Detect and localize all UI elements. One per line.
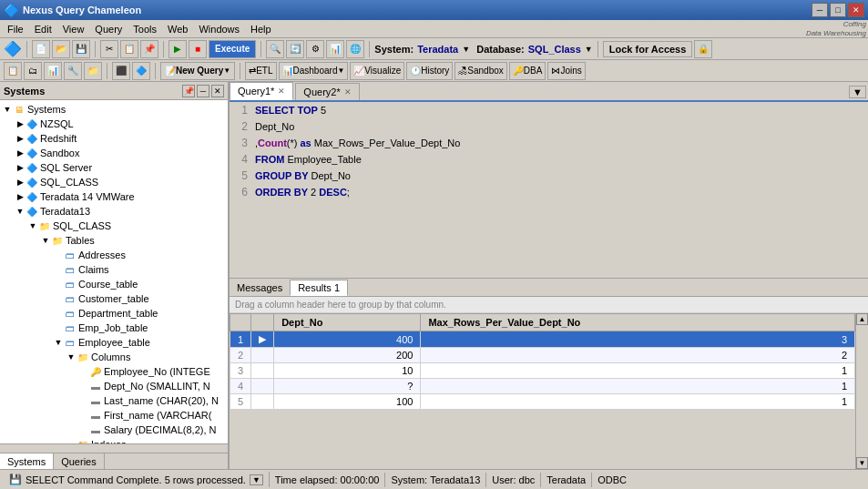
tree-item[interactable]: ▼📁SQL_CLASS xyxy=(2,219,226,233)
col-maxrows-header[interactable]: Max_Rows_Per_Value_Dept_No xyxy=(421,314,855,331)
horizontal-scrollbar[interactable] xyxy=(0,443,228,453)
messages-tab[interactable]: Messages xyxy=(230,280,290,295)
execute-btn[interactable]: Execute xyxy=(209,40,256,58)
menu-web[interactable]: Web xyxy=(162,22,193,36)
lock-for-access-button[interactable]: Lock for Access xyxy=(603,41,693,57)
stop-btn[interactable]: ■ xyxy=(189,40,207,58)
cut-btn[interactable]: ✂ xyxy=(100,40,118,58)
tree-expand-icon[interactable]: ▼ xyxy=(53,338,64,347)
tree-expand-icon[interactable]: ▶ xyxy=(15,148,26,158)
misc-btn2[interactable]: 🔄 xyxy=(286,40,304,58)
table-row[interactable]: 5 100 1 xyxy=(230,394,855,410)
tree-item[interactable]: ▶🔷Teradata 14 VMWare xyxy=(2,189,226,204)
visualize-button[interactable]: 📈 Visualize xyxy=(350,62,404,80)
menu-file[interactable]: File xyxy=(2,22,29,36)
tree-item[interactable]: ▼📁Tables xyxy=(2,233,226,248)
menu-edit[interactable]: Edit xyxy=(29,22,57,36)
vscroll-down[interactable]: ▼ xyxy=(856,457,868,469)
copy-btn[interactable]: 📋 xyxy=(120,40,138,58)
new-btn[interactable]: 📄 xyxy=(32,40,50,58)
tree-expand-icon[interactable]: ▶ xyxy=(15,163,26,172)
panel-min-btn[interactable]: ─ xyxy=(197,85,209,97)
tb2-icon7[interactable]: 🔷 xyxy=(132,62,150,80)
tree-expand-icon[interactable]: ▶ xyxy=(15,134,26,143)
tree-expand-icon[interactable]: ▶ xyxy=(15,178,26,187)
misc-btn4[interactable]: 📊 xyxy=(326,40,344,58)
tree-item[interactable]: ▶🔷NZSQL xyxy=(2,117,226,131)
sql-editor[interactable]: 1 SELECT TOP 5 2 Dept_No 3 ,Count(*) as … xyxy=(230,102,868,278)
tb2-icon3[interactable]: 📊 xyxy=(44,62,62,80)
tree-item[interactable]: ▶🔷Redshift xyxy=(2,131,226,146)
tree-item[interactable]: ▼📁Columns xyxy=(2,350,226,364)
tree-item[interactable]: 🔑Employee_No (INTEGE xyxy=(2,364,226,379)
tree-item[interactable]: ▬First_name (VARCHAR( xyxy=(2,408,226,423)
misc-btn3[interactable]: ⚙ xyxy=(306,40,324,58)
menu-tools[interactable]: Tools xyxy=(128,22,162,36)
tree-item[interactable]: ▶🔷Sandbox xyxy=(2,146,226,160)
etl-button[interactable]: ⇄ ETL xyxy=(245,62,276,80)
query-tabs-scroll[interactable]: ▼ xyxy=(849,86,866,98)
table-row[interactable]: 2 200 2 xyxy=(230,348,855,363)
tree-expand-icon[interactable]: ▶ xyxy=(15,119,26,128)
results-grid-container[interactable]: Dept_No Max_Rows_Per_Value_Dept_No 1 ▶ 4… xyxy=(230,313,855,469)
tree-item[interactable]: ▶🔷SQL Server xyxy=(2,160,226,175)
database-arrow[interactable]: ▼ xyxy=(585,45,593,54)
tree-item[interactable]: ▶🔷SQL_CLASS xyxy=(2,175,226,189)
sql-editor-content[interactable]: 1 SELECT TOP 5 2 Dept_No 3 ,Count(*) as … xyxy=(230,102,868,200)
tree-expand-icon[interactable]: ▼ xyxy=(2,105,13,114)
panel-close-btn[interactable]: ✕ xyxy=(211,85,224,97)
joins-button[interactable]: ⋈ Joins xyxy=(547,62,585,80)
history-button[interactable]: 🕐 History xyxy=(406,62,453,80)
tree-item[interactable]: 🗃Addresses xyxy=(2,248,226,262)
save-btn[interactable]: 💾 xyxy=(72,40,90,58)
results-tab[interactable]: Results 1 xyxy=(290,280,348,296)
system-arrow[interactable]: ▼ xyxy=(462,45,470,54)
minimize-button[interactable]: ─ xyxy=(812,3,828,17)
play-btn[interactable]: ▶ xyxy=(168,40,187,58)
tree-item[interactable]: 🗃Customer_table xyxy=(2,291,226,306)
tab-systems[interactable]: Systems xyxy=(0,453,54,469)
tb2-icon4[interactable]: 🔧 xyxy=(64,62,82,80)
tree-item[interactable]: ▬Last_name (CHAR(20), N xyxy=(2,393,226,408)
menu-help[interactable]: Help xyxy=(245,22,277,36)
tb2-icon2[interactable]: 🗂 xyxy=(24,62,42,80)
new-query-button[interactable]: 📝 New Query ▼ xyxy=(160,62,235,80)
query-tab-2[interactable]: Query2* ✕ xyxy=(295,83,359,100)
tree-expand-icon[interactable]: ▼ xyxy=(15,207,26,216)
lock-icon-btn[interactable]: 🔒 xyxy=(694,40,712,58)
open-btn[interactable]: 📂 xyxy=(52,40,70,58)
tabs-scroll-arrow[interactable]: ▼ xyxy=(850,86,865,98)
status-arrow-btn[interactable]: ▼ xyxy=(250,474,263,485)
tree-item[interactable]: 🗃Department_table xyxy=(2,306,226,321)
query-tab-2-close[interactable]: ✕ xyxy=(344,87,352,97)
menu-query[interactable]: Query xyxy=(89,22,128,36)
query-tab-1[interactable]: Query1* ✕ xyxy=(230,82,293,100)
menu-view[interactable]: View xyxy=(57,22,90,36)
dashboard-button[interactable]: 📊 Dashboard ▼ xyxy=(279,62,349,80)
tree-expand-icon[interactable]: ▼ xyxy=(40,236,51,245)
vscroll-up[interactable]: ▲ xyxy=(856,313,868,325)
table-row[interactable]: 4 ? 1 xyxy=(230,379,855,394)
menu-windows[interactable]: Windows xyxy=(193,22,245,36)
tb2-icon6[interactable]: ⬛ xyxy=(112,62,130,80)
system-dropdown[interactable]: Teradata xyxy=(415,44,460,55)
tb2-icon1[interactable]: 📋 xyxy=(4,62,22,80)
maximize-button[interactable]: □ xyxy=(830,3,846,17)
tree-item[interactable]: ▬Dept_No (SMALLINT, N xyxy=(2,379,226,393)
table-row[interactable]: 1 ▶ 400 3 xyxy=(230,331,855,348)
col-deptno-header[interactable]: Dept_No xyxy=(274,314,421,331)
tree-expand-icon[interactable]: ▶ xyxy=(15,192,26,201)
misc-btn5[interactable]: 🌐 xyxy=(346,40,364,58)
paste-btn[interactable]: 📌 xyxy=(140,40,158,58)
tree-item[interactable]: ▼🖥Systems xyxy=(2,102,226,117)
results-vscroll[interactable]: ▲ ▼ xyxy=(855,313,868,469)
tree-expand-icon[interactable]: ▼ xyxy=(27,221,38,230)
panel-pin-btn[interactable]: 📌 xyxy=(182,85,195,97)
tree-item[interactable]: ▬Salary (DECIMAL(8,2), N xyxy=(2,423,226,437)
misc-btn1[interactable]: 🔍 xyxy=(266,40,284,58)
database-dropdown[interactable]: SQL_Class xyxy=(526,44,583,55)
close-button[interactable]: ✕ xyxy=(848,3,864,17)
dba-button[interactable]: 🔑 DBA xyxy=(509,62,546,80)
tb2-icon5[interactable]: 📁 xyxy=(84,62,102,80)
tree-item[interactable]: ▼🔷Teradata13 xyxy=(2,204,226,219)
